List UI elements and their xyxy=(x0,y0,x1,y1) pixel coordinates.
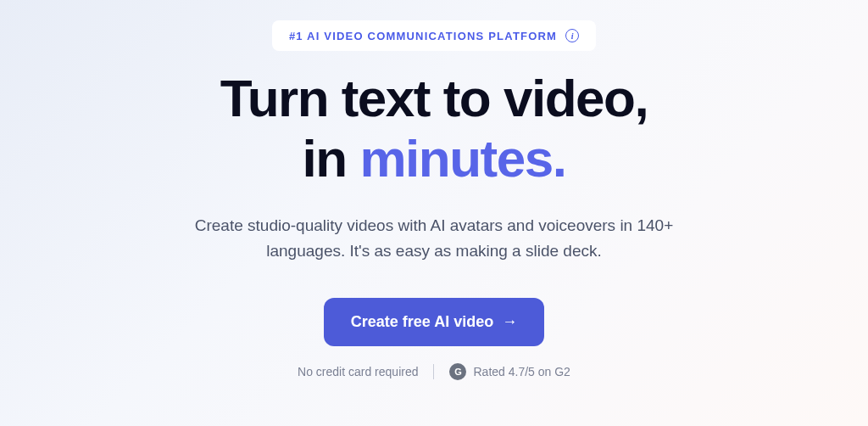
info-icon[interactable]: i xyxy=(565,29,579,42)
headline-line1: Turn text to video, xyxy=(220,69,648,127)
no-credit-card-text: No credit card required xyxy=(298,365,418,378)
g2-icon: G xyxy=(449,363,466,380)
rating-text: Rated 4.7/5 on G2 xyxy=(473,365,570,378)
subheadline: Create studio-quality videos with AI ava… xyxy=(159,213,709,265)
cta-label: Create free AI video xyxy=(351,313,493,331)
arrow-right-icon: → xyxy=(502,313,517,331)
headline-accent: minutes. xyxy=(359,129,565,188)
divider xyxy=(433,364,434,379)
page-headline: Turn text to video, in minutes. xyxy=(220,68,648,189)
footer-info: No credit card required G Rated 4.7/5 on… xyxy=(298,363,570,380)
create-video-button[interactable]: Create free AI video → xyxy=(324,298,544,346)
rating-group: G Rated 4.7/5 on G2 xyxy=(449,363,570,380)
badge-text: #1 AI VIDEO COMMUNICATIONS PLATFORM xyxy=(289,30,557,42)
platform-badge[interactable]: #1 AI VIDEO COMMUNICATIONS PLATFORM i xyxy=(272,20,596,51)
headline-line2-prefix: in xyxy=(303,129,360,188)
